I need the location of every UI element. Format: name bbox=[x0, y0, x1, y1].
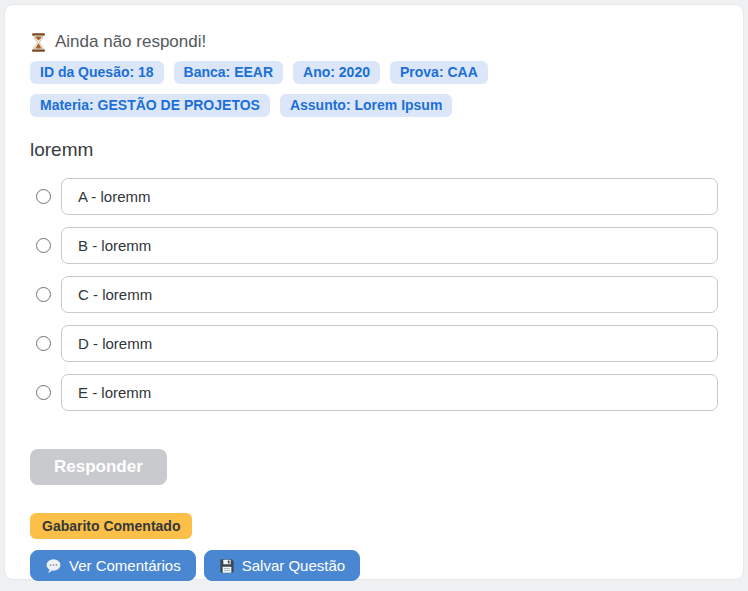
status-text: Ainda não respondi! bbox=[55, 32, 206, 52]
option-label-b[interactable]: B - loremm bbox=[61, 227, 718, 264]
option-label-c[interactable]: C - loremm bbox=[61, 276, 718, 313]
floppy-disk-icon bbox=[219, 558, 235, 574]
option-row-e: E - loremm bbox=[30, 374, 718, 411]
question-card: Ainda não respondi! ID da Quesão: 18 Ban… bbox=[4, 4, 744, 580]
ver-comentarios-button[interactable]: Ver Comentários bbox=[30, 550, 196, 581]
option-radio-a[interactable] bbox=[36, 189, 51, 204]
speech-bubble-icon bbox=[45, 558, 62, 574]
salvar-questao-button[interactable]: Salvar Questão bbox=[204, 550, 360, 581]
bottom-actions-row: Ver Comentários Salvar Questão bbox=[30, 550, 718, 581]
salvar-questao-label: Salvar Questão bbox=[242, 557, 345, 574]
badge-banca: Banca: EEAR bbox=[174, 61, 283, 84]
gabarito-comentado-badge: Gabarito Comentado bbox=[30, 513, 192, 539]
option-row-a: A - loremm bbox=[30, 178, 718, 215]
badge-ano: Ano: 2020 bbox=[293, 61, 380, 84]
option-row-d: D - loremm bbox=[30, 325, 718, 362]
responder-button[interactable]: Responder bbox=[30, 449, 167, 485]
option-row-b: B - loremm bbox=[30, 227, 718, 264]
option-label-d[interactable]: D - loremm bbox=[61, 325, 718, 362]
option-radio-e[interactable] bbox=[36, 385, 51, 400]
options-list: A - loremm B - loremm C - loremm D - lor… bbox=[30, 178, 718, 411]
badges-row: ID da Quesão: 18 Banca: EEAR Ano: 2020 P… bbox=[30, 61, 690, 117]
option-label-a[interactable]: A - loremm bbox=[61, 178, 718, 215]
badge-assunto: Assunto: Lorem Ipsum bbox=[280, 94, 452, 117]
option-radio-d[interactable] bbox=[36, 336, 51, 351]
option-label-e[interactable]: E - loremm bbox=[61, 374, 718, 411]
option-radio-c[interactable] bbox=[36, 287, 51, 302]
question-text: loremm bbox=[30, 139, 718, 161]
status-row: Ainda não respondi! bbox=[30, 32, 718, 52]
badge-prova: Prova: CAA bbox=[390, 61, 488, 84]
option-row-c: C - loremm bbox=[30, 276, 718, 313]
ver-comentarios-label: Ver Comentários bbox=[69, 557, 181, 574]
option-radio-b[interactable] bbox=[36, 238, 51, 253]
badge-question-id: ID da Quesão: 18 bbox=[30, 61, 164, 84]
hourglass-icon bbox=[30, 33, 47, 52]
badge-materia: Materia: GESTÃO DE PROJETOS bbox=[30, 94, 270, 117]
